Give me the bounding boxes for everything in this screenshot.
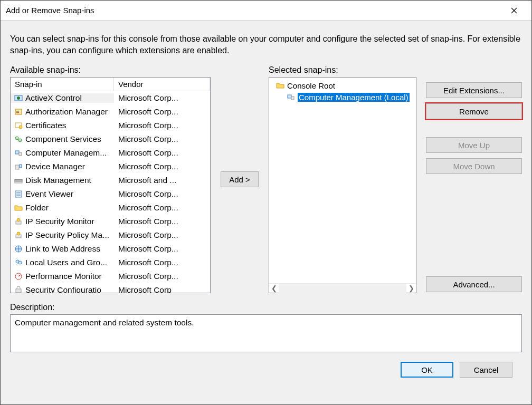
devmgr-icon xyxy=(14,162,23,171)
snapin-vendor: Microsoft Corp... xyxy=(118,244,178,254)
available-row[interactable]: Security Configuratio Microsoft Corp xyxy=(11,283,210,293)
snapin-vendor: Microsoft Corp... xyxy=(118,203,178,213)
svg-point-10 xyxy=(18,139,22,142)
available-row[interactable]: Authorization Manager Microsoft Corp... xyxy=(11,105,210,119)
description-label: Description: xyxy=(10,303,522,312)
cancel-button[interactable]: Cancel xyxy=(460,362,512,378)
snapin-name: Performance Monitor xyxy=(25,272,102,281)
move-up-button[interactable]: Move Up xyxy=(426,137,522,153)
available-row[interactable]: Link to Web Address Microsoft Corp... xyxy=(11,242,210,256)
description-text: Computer management and related system t… xyxy=(15,318,194,327)
snapin-name: Disk Management xyxy=(25,176,91,185)
snapin-name: IP Security Monitor xyxy=(25,217,94,226)
move-down-button[interactable]: Move Down xyxy=(426,158,522,174)
available-row[interactable]: Local Users and Gro... Microsoft Corp... xyxy=(11,256,210,269)
remove-button[interactable]: Remove xyxy=(426,103,522,119)
svg-point-24 xyxy=(17,232,20,235)
snapin-vendor: Microsoft Corp... xyxy=(118,93,178,103)
scroll-track[interactable] xyxy=(279,284,406,293)
ipsecmon-icon xyxy=(14,217,23,226)
edit-extensions-button[interactable]: Edit Extensions... xyxy=(426,82,522,98)
eventvwr-icon xyxy=(14,189,23,199)
snapin-vendor: Microsoft and ... xyxy=(118,176,176,185)
folder-icon xyxy=(276,81,285,90)
authz-icon xyxy=(14,107,23,117)
available-row[interactable]: Folder Microsoft Corp... xyxy=(11,201,210,215)
available-row[interactable]: Certificates Microsoft Corp... xyxy=(11,119,210,132)
svg-rect-4 xyxy=(15,109,22,114)
compsvc-icon xyxy=(14,134,23,144)
tree-item[interactable]: Computer Management (Local) xyxy=(271,91,414,103)
svg-point-3 xyxy=(17,97,20,100)
snapin-vendor: Microsoft Corp xyxy=(118,285,172,293)
scroll-right-icon[interactable]: ❯ xyxy=(406,284,416,293)
svg-rect-11 xyxy=(15,151,19,154)
snapin-vendor: Microsoft Corp... xyxy=(118,148,178,158)
snapin-name: ActiveX Control xyxy=(25,93,82,103)
add-button[interactable]: Add > xyxy=(221,171,259,187)
tree-hscrollbar[interactable]: ❮ ❯ xyxy=(269,283,416,293)
col-vendor[interactable]: Vendor xyxy=(114,78,210,91)
svg-rect-14 xyxy=(20,165,22,168)
snapin-name: Computer Managem... xyxy=(25,148,107,158)
ok-button[interactable]: OK xyxy=(401,362,453,378)
description-box: Computer management and related system t… xyxy=(10,314,522,352)
titlebar: Add or Remove Snap-ins xyxy=(1,1,531,21)
svg-rect-16 xyxy=(15,181,22,183)
snapin-vendor: Microsoft Corp... xyxy=(118,230,178,240)
available-list[interactable]: Snap-in Vendor ActiveX Control Microsoft… xyxy=(10,77,211,293)
svg-rect-13 xyxy=(15,165,19,169)
svg-rect-30 xyxy=(16,289,21,293)
snapin-vendor: Microsoft Corp... xyxy=(118,258,178,267)
close-button[interactable] xyxy=(502,1,526,21)
intro-text: You can select snap-ins for this console… xyxy=(10,33,522,56)
snapin-name: Local Users and Gro... xyxy=(25,258,107,267)
available-row[interactable]: Component Services Microsoft Corp... xyxy=(11,132,210,146)
available-row[interactable]: IP Security Policy Ma... Microsoft Corp.… xyxy=(11,228,210,242)
snapin-name: Event Viewer xyxy=(25,189,73,199)
svg-rect-6 xyxy=(16,112,19,113)
compmgmt-icon xyxy=(14,148,23,158)
selected-tree[interactable]: Console RootComputer Management (Local) … xyxy=(269,77,416,293)
available-row[interactable]: Computer Managem... Microsoft Corp... xyxy=(11,146,210,160)
available-row[interactable]: IP Security Monitor Microsoft Corp... xyxy=(11,215,210,228)
col-snapin[interactable]: Snap-in xyxy=(11,78,114,91)
available-list-header: Snap-in Vendor xyxy=(11,78,210,91)
snapin-vendor: Microsoft Corp... xyxy=(118,134,178,144)
available-row[interactable]: Disk Management Microsoft and ... xyxy=(11,173,210,187)
window-title: Add or Remove Snap-ins xyxy=(6,6,94,15)
available-row[interactable]: Event Viewer Microsoft Corp... xyxy=(11,187,210,201)
snapin-vendor: Microsoft Corp... xyxy=(118,272,178,281)
svg-rect-32 xyxy=(291,97,294,100)
available-row[interactable]: ActiveX Control Microsoft Corp... xyxy=(11,91,210,105)
snapin-name: Certificates xyxy=(25,121,66,130)
svg-point-22 xyxy=(17,218,20,221)
folder-icon xyxy=(14,203,23,213)
seccfg-icon xyxy=(14,285,23,293)
svg-rect-31 xyxy=(288,95,291,98)
snapin-vendor: Microsoft Corp... xyxy=(118,107,178,117)
activex-icon xyxy=(14,93,23,103)
svg-rect-5 xyxy=(16,111,19,112)
available-label: Available snap-ins: xyxy=(10,65,211,75)
snapin-name: Folder xyxy=(25,203,49,213)
close-icon xyxy=(511,7,517,14)
cert-icon xyxy=(14,121,23,130)
tree-root[interactable]: Console Root xyxy=(271,80,414,91)
snapin-name: Link to Web Address xyxy=(25,244,100,254)
snapin-name: IP Security Policy Ma... xyxy=(25,230,109,240)
compmgmt-icon xyxy=(286,92,296,102)
available-row[interactable]: Device Manager Microsoft Corp... xyxy=(11,160,210,173)
svg-point-9 xyxy=(15,137,18,140)
localusr-icon xyxy=(14,258,23,267)
tree-root-label: Console Root xyxy=(287,81,335,90)
dialog-window: Add or Remove Snap-ins You can select sn… xyxy=(0,0,532,405)
advanced-button[interactable]: Advanced... xyxy=(426,276,522,292)
snapin-vendor: Microsoft Corp... xyxy=(118,121,178,130)
scroll-left-icon[interactable]: ❮ xyxy=(269,284,279,293)
svg-rect-15 xyxy=(15,179,22,181)
snapin-name: Component Services xyxy=(25,134,101,144)
svg-point-8 xyxy=(19,126,22,129)
available-row[interactable]: Performance Monitor Microsoft Corp... xyxy=(11,269,210,283)
ipsecpol-icon xyxy=(14,230,23,240)
